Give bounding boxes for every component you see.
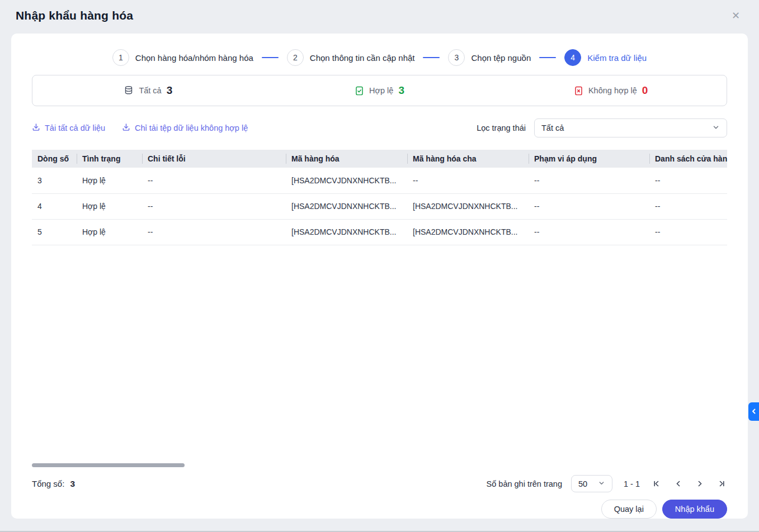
step-connector	[539, 57, 556, 58]
chevron-left-icon	[751, 407, 757, 417]
download-links: Tải tất cả dữ liệu Chỉ tải tệp dữ liệu k…	[32, 123, 248, 133]
pager-controls	[651, 478, 727, 489]
step-1-label: Chọn hàng hóa/nhóm hàng hóa	[135, 53, 253, 63]
cell-error-detail: --	[142, 168, 286, 193]
modal-actions: Quay lại Nhập khẩu	[32, 500, 727, 519]
tab-all-label: Tất cả	[139, 86, 161, 95]
download-icon	[32, 123, 40, 133]
cell-item-code: [HSA2DMCVJDNXNHCKTB...	[286, 168, 407, 193]
table-row: 4 Hợp lệ -- [HSA2DMCVJDNXNHCKTB... [HSA2…	[32, 193, 727, 219]
step-3-number: 3	[448, 49, 465, 66]
col-header-parent-item-code: Mã hàng hóa cha	[407, 150, 529, 168]
first-page-icon[interactable]	[651, 478, 662, 489]
close-icon[interactable]: ✕	[728, 8, 743, 23]
cell-parent-item-code: --	[407, 168, 529, 193]
status-filter: Lọc trạng thái Tất cả	[477, 118, 727, 137]
step-3: 3 Chọn tệp nguồn	[448, 49, 531, 66]
tab-invalid-label: Không hợp lệ	[588, 86, 637, 95]
step-1: 1 Chọn hàng hóa/nhóm hàng hóa	[112, 49, 253, 66]
cell-parent-item-code: [HSA2DMCVJDNXNHCKTB...	[407, 219, 529, 245]
total-count: Tổng số: 3	[32, 479, 75, 489]
download-icon	[122, 123, 130, 133]
filter-select[interactable]: Tất cả	[534, 118, 727, 137]
table-row: 3 Hợp lệ -- [HSA2DMCVJDNXNHCKTB... -- --…	[32, 168, 727, 193]
cell-line-number: 4	[32, 193, 77, 219]
pagination: Số bản ghi trên trang 50 1 - 1	[487, 475, 727, 492]
tab-all-count: 3	[167, 84, 173, 97]
cell-status: Hợp lệ	[77, 168, 142, 193]
page-range: 1 - 1	[624, 479, 640, 488]
empty-area	[32, 245, 727, 464]
import-button[interactable]: Nhập khẩu	[662, 500, 727, 519]
cell-line-number: 5	[32, 219, 77, 245]
total-value: 3	[70, 479, 75, 489]
page-size-label: Số bản ghi trên trang	[487, 479, 562, 488]
step-3-label: Chọn tệp nguồn	[471, 53, 531, 63]
tab-all[interactable]: Tất cả 3	[32, 75, 264, 106]
tab-invalid-count: 0	[642, 84, 648, 97]
step-2-number: 2	[287, 49, 304, 66]
cell-scope: --	[529, 168, 649, 193]
cell-store-list: --	[649, 219, 727, 245]
cell-store-list: --	[649, 193, 727, 219]
col-header-scope: Phạm vi áp dụng	[529, 150, 649, 168]
download-invalid-link[interactable]: Chỉ tải tệp dữ liệu không hợp lệ	[122, 123, 248, 133]
horizontal-scrollbar	[32, 463, 727, 467]
filter-label: Lọc trạng thái	[477, 124, 526, 132]
col-header-item-code: Mã hàng hóa	[286, 150, 407, 168]
cell-status: Hợp lệ	[77, 219, 142, 245]
back-button[interactable]: Quay lại	[601, 500, 657, 519]
file-check-icon	[355, 86, 364, 96]
database-icon	[124, 86, 134, 96]
col-header-status: Tình trạng	[77, 150, 142, 168]
next-page-icon[interactable]	[695, 478, 705, 489]
results-table: Dòng số Tình trạng Chi tiết lỗi Mã hàng …	[32, 150, 727, 245]
tab-valid[interactable]: Hợp lệ 3	[264, 75, 496, 106]
cell-error-detail: --	[142, 219, 286, 245]
cell-scope: --	[529, 219, 649, 245]
step-2: 2 Chọn thông tin cần cập nhật	[287, 49, 415, 66]
step-connector	[423, 57, 440, 58]
step-2-label: Chọn thông tin cần cập nhật	[310, 53, 415, 63]
collapse-panel-tab[interactable]	[748, 402, 759, 421]
last-page-icon[interactable]	[716, 478, 727, 489]
download-invalid-label: Chỉ tải tệp dữ liệu không hợp lệ	[135, 124, 248, 132]
step-4-label: Kiểm tra dữ liệu	[587, 53, 647, 63]
download-all-label: Tải tất cả dữ liệu	[45, 124, 105, 132]
cell-item-code: [HSA2DMCVJDNXNHCKTB...	[286, 219, 407, 245]
col-header-error-detail: Chi tiết lỗi	[142, 150, 286, 168]
table-footer: Tổng số: 3 Số bản ghi trên trang 50 1 - …	[32, 475, 727, 492]
file-x-icon	[574, 86, 583, 96]
filter-select-value: Tất cả	[541, 124, 564, 132]
cell-item-code: [HSA2DMCVJDNXNHCKTB...	[286, 193, 407, 219]
step-4-number: 4	[564, 49, 581, 66]
cell-status: Hợp lệ	[77, 193, 142, 219]
col-header-line-number: Dòng số	[32, 150, 77, 168]
step-connector	[262, 57, 279, 58]
total-label: Tổng số:	[32, 479, 64, 488]
cell-error-detail: --	[142, 193, 286, 219]
import-modal: 1 Chọn hàng hóa/nhóm hàng hóa 2 Chọn thô…	[11, 34, 748, 519]
previous-page-icon[interactable]	[673, 478, 683, 489]
cell-scope: --	[529, 193, 649, 219]
cell-store-list: --	[649, 168, 727, 193]
tab-valid-count: 3	[398, 84, 404, 97]
tab-invalid[interactable]: Không hợp lệ 0	[495, 75, 727, 106]
page-background: Nhập khẩu hàng hóa ✕ 1 Chọn hàng hóa/nhó…	[0, 0, 759, 532]
table-row: 5 Hợp lệ -- [HSA2DMCVJDNXNHCKTB... [HSA2…	[32, 219, 727, 245]
chevron-down-icon	[712, 124, 720, 133]
download-all-link[interactable]: Tải tất cả dữ liệu	[32, 123, 105, 133]
cell-parent-item-code: [HSA2DMCVJDNXNHCKTB...	[407, 193, 529, 219]
horizontal-scrollbar-thumb[interactable]	[32, 463, 185, 467]
modal-header: Nhập khẩu hàng hóa ✕	[0, 0, 759, 31]
status-tabbar: Tất cả 3 Hợp lệ 3	[32, 75, 727, 106]
tab-valid-label: Hợp lệ	[369, 86, 393, 95]
chevron-down-icon	[598, 479, 605, 488]
step-1-number: 1	[112, 49, 129, 66]
step-4-active: 4 Kiểm tra dữ liệu	[564, 49, 647, 66]
page-size-value: 50	[578, 479, 587, 488]
page-size-select[interactable]: 50	[571, 475, 612, 492]
table-toolbar: Tải tất cả dữ liệu Chỉ tải tệp dữ liệu k…	[32, 118, 727, 137]
cell-line-number: 3	[32, 168, 77, 193]
page-title: Nhập khẩu hàng hóa	[16, 9, 133, 22]
